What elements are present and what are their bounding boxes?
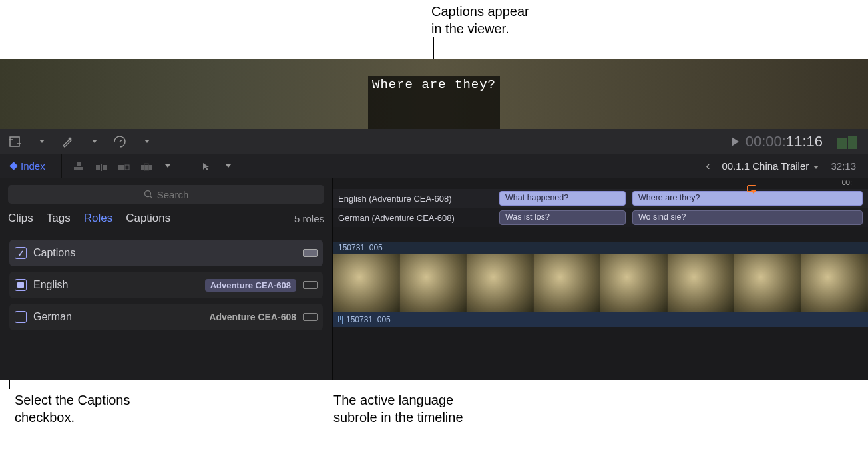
caption-clip[interactable]: Wo sind sie? <box>632 210 863 225</box>
search-placeholder: Search <box>157 189 189 200</box>
audio-clip-label: 150731_005 <box>346 315 391 324</box>
role-row-english[interactable]: English Adventure CEA-608 <box>9 272 323 298</box>
timeline-ruler[interactable]: 00: <box>333 178 868 189</box>
index-label: Index <box>21 160 45 172</box>
roles-count: 5 roles <box>294 213 324 224</box>
chevron-down-icon <box>165 164 170 168</box>
timeline[interactable]: 00: English (Adventure CEA-608) What hap… <box>333 178 868 380</box>
audio-waveform-icon <box>338 316 343 324</box>
caption-lane-english[interactable]: English (Adventure CEA-608) What happene… <box>333 189 868 208</box>
chevron-down-icon <box>226 164 231 168</box>
lane-label: German (Adventure CEA-608) <box>338 213 455 223</box>
format-label: Adventure CEA-608 <box>209 312 296 322</box>
playhead-marker[interactable] <box>747 185 756 192</box>
overwrite-clip-menu[interactable] <box>140 162 152 171</box>
append-clip-icon[interactable] <box>118 162 130 171</box>
role-label: Captions <box>33 247 75 259</box>
enhance-tool-menu[interactable] <box>61 135 74 148</box>
svg-line-14 <box>150 196 152 199</box>
timecode-dim: 00:00: <box>746 133 786 150</box>
ruler-label: 00: <box>842 178 852 186</box>
timecode-bright: 11:16 <box>786 133 823 150</box>
index-sidebar: Search Clips Tags Roles Captions 5 roles… <box>0 178 333 380</box>
caption-clip[interactable]: What happened? <box>499 191 626 206</box>
role-label: German <box>33 311 72 323</box>
viewer: Where are they? <box>0 59 868 129</box>
caption-clip[interactable]: Was ist los? <box>499 210 626 225</box>
english-checkbox[interactable] <box>15 279 27 291</box>
main-toolbar: 00:00:11:16 <box>0 129 868 154</box>
timecode-display[interactable]: 00:00:11:16 <box>732 133 860 150</box>
role-row-captions[interactable]: Captions <box>9 240 323 266</box>
arrow-tool-menu[interactable] <box>201 162 213 171</box>
format-badge: Adventure CEA-608 <box>205 279 296 292</box>
insert-clip-icon[interactable] <box>95 162 107 171</box>
german-checkbox[interactable] <box>15 311 27 323</box>
caption-lane-german[interactable]: German (Adventure CEA-608) Was ist los? … <box>333 208 868 227</box>
connect-clip-icon[interactable] <box>73 162 85 171</box>
svg-point-13 <box>144 191 150 197</box>
crop-tool-menu[interactable] <box>8 135 21 148</box>
project-duration: 32:13 <box>831 160 856 172</box>
svg-rect-10 <box>125 165 129 170</box>
retime-tool-menu[interactable] <box>113 135 126 148</box>
callout-captions-checkbox: Select the Captions checkbox. <box>15 391 130 426</box>
svg-rect-5 <box>77 162 81 166</box>
chevron-down-icon <box>813 166 819 169</box>
captions-checkbox[interactable] <box>15 247 27 259</box>
project-title[interactable]: 00.1.1 China Trailer <box>722 160 819 172</box>
callout-active-subrole: The active language subrole in the timel… <box>333 391 463 426</box>
search-icon <box>144 190 153 199</box>
audio-track[interactable]: 150731_005 <box>333 312 868 327</box>
svg-rect-8 <box>101 164 102 171</box>
audio-meter[interactable] <box>837 134 857 149</box>
role-row-german[interactable]: German Adventure CEA-608 <box>9 304 323 330</box>
timeline-toolbar: Index ‹ 00.1.1 China Trailer 32:13 <box>0 154 868 178</box>
index-button[interactable]: Index <box>0 154 62 178</box>
lane-label: English (Adventure CEA-608) <box>338 194 452 204</box>
playhead-line[interactable] <box>752 194 752 380</box>
lane-toggle-icon[interactable] <box>303 281 318 289</box>
svg-rect-4 <box>74 167 83 170</box>
chevron-down-icon <box>144 140 150 143</box>
svg-rect-0 <box>10 137 19 146</box>
index-tabs: Clips Tags Roles Captions 5 roles <box>0 209 332 230</box>
svg-rect-7 <box>103 165 107 170</box>
roles-list: Captions English Adventure CEA-608 Germa… <box>0 230 332 330</box>
video-clip-label: 150731_005 <box>333 242 868 254</box>
lane-toggle-icon[interactable] <box>303 249 318 257</box>
lane-toggle-icon[interactable] <box>303 313 318 321</box>
main-area: Search Clips Tags Roles Captions 5 roles… <box>0 178 868 380</box>
back-chevron-icon[interactable]: ‹ <box>706 159 710 173</box>
search-input[interactable]: Search <box>8 185 324 204</box>
tab-roles[interactable]: Roles <box>84 212 112 225</box>
svg-line-3 <box>120 140 122 142</box>
video-track[interactable]: 150731_005 150731_005 <box>333 242 868 327</box>
svg-rect-6 <box>96 165 100 170</box>
play-icon[interactable] <box>732 137 739 146</box>
viewer-caption-overlay: Where are they? <box>368 76 500 129</box>
chevron-down-icon <box>39 140 45 143</box>
tab-captions[interactable]: Captions <box>126 212 170 225</box>
chevron-down-icon <box>92 140 97 143</box>
app-window: Where are they? 00:00:11:16 Index <box>0 59 868 380</box>
svg-rect-9 <box>118 165 124 170</box>
svg-rect-11 <box>141 165 152 170</box>
edit-tools-group <box>62 162 242 171</box>
caption-clip[interactable]: Where are they? <box>632 191 863 206</box>
role-label: English <box>33 279 68 291</box>
diamond-icon <box>9 162 18 170</box>
thumbnail-strip[interactable] <box>333 254 868 312</box>
tab-clips[interactable]: Clips <box>8 212 33 225</box>
callout-viewer: Captions appear in the viewer. <box>431 3 529 37</box>
tab-tags[interactable]: Tags <box>47 212 71 225</box>
